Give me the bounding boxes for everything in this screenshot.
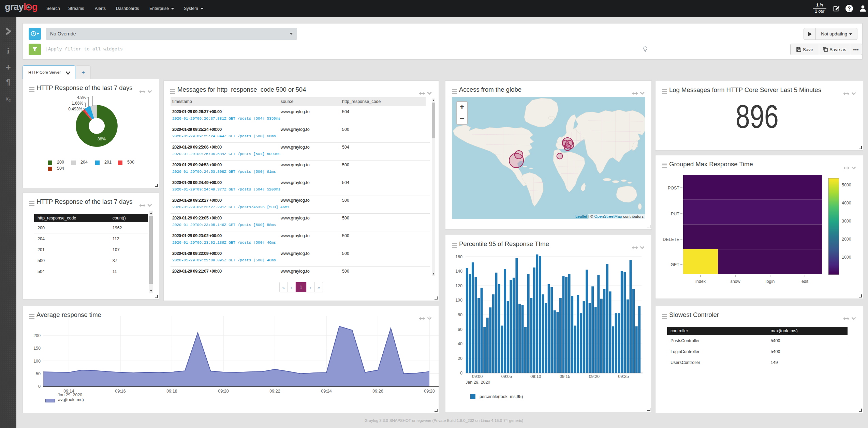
svg-text:1.66%: 1.66%	[72, 101, 83, 106]
svg-text:DELETE: DELETE	[663, 237, 679, 242]
svg-text:09:18: 09:18	[166, 389, 177, 394]
svg-text:160: 160	[455, 255, 462, 259]
svg-text:09:24: 09:24	[321, 389, 332, 394]
svg-text:09:28: 09:28	[424, 389, 435, 394]
svg-text:edit: edit	[801, 279, 809, 284]
svg-text:4.8%: 4.8%	[77, 95, 87, 100]
svg-text:20: 20	[458, 356, 462, 361]
svg-text:0: 0	[460, 371, 462, 376]
svg-text:2000: 2000	[842, 237, 851, 242]
svg-text:0: 0	[38, 384, 41, 389]
svg-text:Jan 29, 2020: Jan 29, 2020	[58, 393, 82, 396]
svg-text:GET: GET	[671, 262, 679, 267]
svg-text:login: login	[766, 279, 775, 284]
svg-text:?: ?	[848, 6, 851, 12]
svg-text:3000: 3000	[842, 219, 851, 224]
svg-text:09:20: 09:20	[589, 374, 600, 379]
svg-text:0.493%: 0.493%	[68, 107, 82, 111]
svg-text:5000: 5000	[842, 183, 851, 187]
svg-text:PUT: PUT	[671, 212, 679, 216]
svg-text:09:16: 09:16	[115, 389, 126, 394]
svg-text:09:25: 09:25	[618, 374, 629, 379]
svg-text:09:15: 09:15	[560, 374, 570, 379]
svg-text:POST: POST	[668, 186, 679, 190]
svg-text:100: 100	[455, 298, 462, 303]
svg-text:percentile(took_ms,95): percentile(took_ms,95)	[480, 394, 523, 399]
svg-text:120: 120	[455, 284, 462, 288]
svg-text:140: 140	[455, 269, 462, 274]
svg-text:80: 80	[458, 312, 462, 317]
svg-text:Jan 29, 2020: Jan 29, 2020	[466, 380, 490, 385]
svg-text:1000: 1000	[842, 255, 851, 260]
svg-text:100: 100	[33, 359, 41, 364]
svg-text:index: index	[695, 279, 706, 284]
svg-text:40: 40	[458, 341, 462, 346]
svg-text:200: 200	[33, 333, 41, 338]
svg-text:09:22: 09:22	[269, 389, 280, 394]
svg-text:09:10: 09:10	[530, 374, 541, 379]
svg-text:09:20: 09:20	[218, 389, 229, 394]
svg-text:60: 60	[458, 327, 462, 332]
svg-text:4000: 4000	[842, 201, 851, 205]
svg-text:50: 50	[36, 371, 41, 376]
svg-text:150: 150	[33, 346, 41, 351]
svg-text:show: show	[730, 279, 740, 284]
svg-text:09:05: 09:05	[501, 374, 512, 379]
svg-text:09:00: 09:00	[472, 374, 483, 379]
svg-text:09:26: 09:26	[372, 389, 383, 394]
svg-text:Leaflet | © OpenStreetMap cont: Leaflet | © OpenStreetMap contributors	[575, 214, 644, 218]
svg-text:88%: 88%	[98, 137, 106, 141]
